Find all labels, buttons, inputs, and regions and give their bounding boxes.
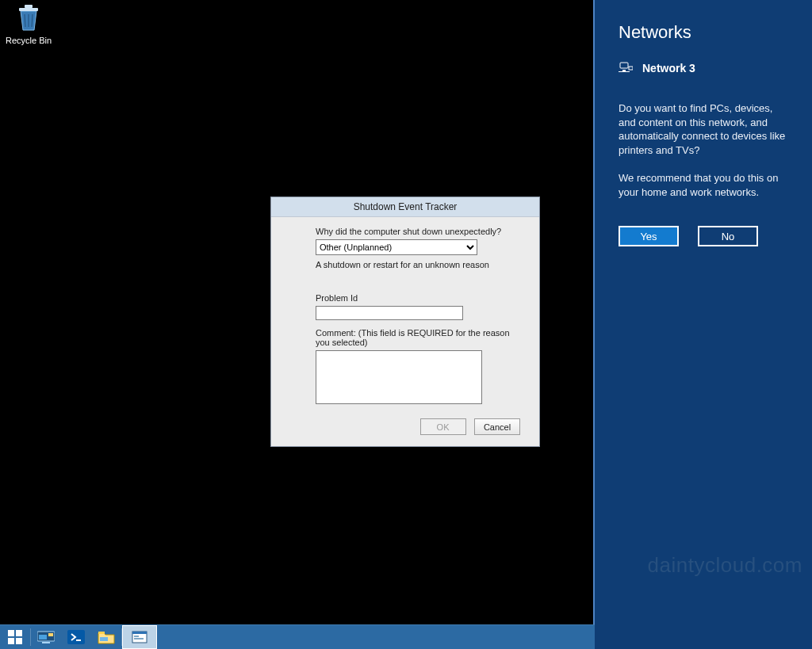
svg-rect-20 bbox=[134, 636, 139, 637]
svg-rect-14 bbox=[67, 630, 85, 644]
svg-rect-11 bbox=[39, 635, 47, 639]
network-item[interactable]: Network 3 bbox=[619, 62, 812, 74]
recycle-bin[interactable]: Recycle Bin bbox=[3, 2, 54, 45]
svg-rect-19 bbox=[132, 632, 147, 634]
comment-label: Comment: (This field is REQUIRED for the… bbox=[316, 328, 520, 347]
svg-rect-8 bbox=[8, 638, 14, 644]
file-explorer-button[interactable] bbox=[91, 625, 121, 649]
svg-rect-3 bbox=[622, 70, 626, 71]
svg-rect-4 bbox=[619, 71, 630, 72]
svg-rect-9 bbox=[16, 638, 22, 644]
network-item-label: Network 3 bbox=[642, 62, 695, 74]
problem-id-label: Problem Id bbox=[316, 293, 520, 303]
dialog-buttons: OK Cancel bbox=[271, 415, 539, 446]
networks-panel: Networks Network 3 Do you want to find P… bbox=[593, 0, 812, 649]
svg-rect-21 bbox=[134, 638, 144, 639]
reason-dropdown[interactable]: Other (Unplanned) bbox=[316, 239, 477, 255]
watermark: daintycloud.com bbox=[648, 553, 802, 578]
network-icon bbox=[619, 62, 633, 74]
svg-rect-15 bbox=[76, 639, 81, 641]
dialog-body: Why did the computer shut down unexpecte… bbox=[271, 217, 539, 415]
reason-description: A shutdown or restart for an unknown rea… bbox=[316, 260, 520, 269]
networks-no-button[interactable]: No bbox=[698, 226, 758, 246]
recycle-bin-icon bbox=[13, 2, 44, 33]
recycle-bin-label: Recycle Bin bbox=[3, 36, 54, 45]
reason-question: Why did the computer shut down unexpecte… bbox=[316, 227, 520, 236]
taskbar bbox=[0, 624, 595, 649]
svg-rect-2 bbox=[620, 63, 628, 68]
svg-rect-1 bbox=[25, 5, 33, 8]
svg-rect-16 bbox=[98, 632, 105, 634]
networks-buttons: Yes No bbox=[619, 226, 812, 246]
ok-button: OK bbox=[420, 418, 466, 435]
powershell-button[interactable] bbox=[61, 625, 91, 649]
server-manager-button[interactable] bbox=[31, 625, 61, 649]
dialog-title: Shutdown Event Tracker bbox=[271, 197, 539, 217]
networks-question: Do you want to find PCs, devices, and co… bbox=[619, 101, 791, 157]
svg-rect-13 bbox=[42, 642, 50, 643]
svg-rect-18 bbox=[132, 632, 147, 643]
svg-rect-12 bbox=[48, 633, 53, 636]
svg-rect-0 bbox=[19, 8, 38, 11]
cancel-button[interactable]: Cancel bbox=[474, 418, 520, 435]
svg-rect-5 bbox=[629, 67, 633, 70]
svg-rect-7 bbox=[16, 630, 22, 636]
desktop: Recycle Bin Shutdown Event Tracker Why d… bbox=[0, 0, 595, 625]
svg-rect-6 bbox=[8, 630, 14, 636]
problem-id-input[interactable] bbox=[316, 306, 463, 320]
networks-heading: Networks bbox=[619, 22, 812, 43]
shutdown-tracker-task-button[interactable] bbox=[122, 625, 157, 649]
shutdown-event-tracker-dialog: Shutdown Event Tracker Why did the compu… bbox=[270, 197, 540, 447]
svg-rect-10 bbox=[37, 632, 55, 641]
svg-rect-17 bbox=[100, 637, 108, 641]
networks-yes-button[interactable]: Yes bbox=[619, 226, 679, 246]
start-button[interactable] bbox=[0, 625, 30, 649]
networks-recommendation: We recommend that you do this on your ho… bbox=[619, 171, 791, 199]
comment-textarea[interactable] bbox=[316, 350, 482, 404]
